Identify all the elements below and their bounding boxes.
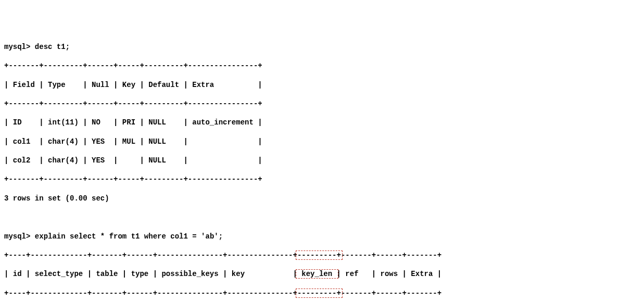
exp1-header-left: | id | select_type | table | type | poss… [4, 270, 297, 278]
exp1-border-top: +----+-------------+-------+------+-----… [4, 250, 640, 260]
command-line-2: mysql> explain select * from t1 where co… [4, 232, 640, 241]
desc-border-mid: +-------+---------+------+-----+--------… [4, 99, 640, 108]
desc-row-2: | col2 | char(4) | YES | | NULL | | [4, 156, 640, 165]
desc-border-top: +-------+---------+------+-----+--------… [4, 61, 640, 70]
exp1-border-mid-keylen: ---------+ [296, 289, 343, 298]
exp1-border-top-right: -------+------+-------+ [341, 251, 441, 259]
mysql-prompt: mysql> [4, 232, 30, 241]
exp1-border-top-left: +----+-------------+-------+------+-----… [4, 251, 297, 259]
exp1-header: | id | select_type | table | type | poss… [4, 269, 640, 279]
exp1-border-mid: +----+-------------+-------+------+-----… [4, 289, 640, 298]
desc-footer: 3 rows in set (0.00 sec) [4, 194, 640, 203]
command-line-1: mysql> desc t1; [4, 42, 640, 52]
command-2: explain select * from t1 where col1 = 'a… [35, 232, 223, 241]
desc-border-bot: +-------+---------+------+-----+--------… [4, 174, 640, 184]
blank-1 [4, 212, 640, 222]
desc-header: | Field | Type | Null | Key | Default | … [4, 80, 640, 90]
mysql-prompt: mysql> [4, 43, 30, 51]
desc-row-0: | ID | int(11) | NO | PRI | NULL | auto_… [4, 118, 640, 127]
exp1-border-top-keylen: ---------+ [296, 250, 343, 260]
desc-row-1: | col1 | char(4) | YES | MUL | NULL | | [4, 137, 640, 146]
command-1: desc t1; [35, 43, 70, 51]
exp1-keylen-header: key_len [296, 269, 338, 279]
exp1-header-right: | ref | rows | Extra | [337, 270, 442, 278]
exp1-border-mid-right: -------+------+-------+ [341, 289, 441, 297]
exp1-border-mid-left: +----+-------------+-------+------+-----… [4, 289, 297, 297]
